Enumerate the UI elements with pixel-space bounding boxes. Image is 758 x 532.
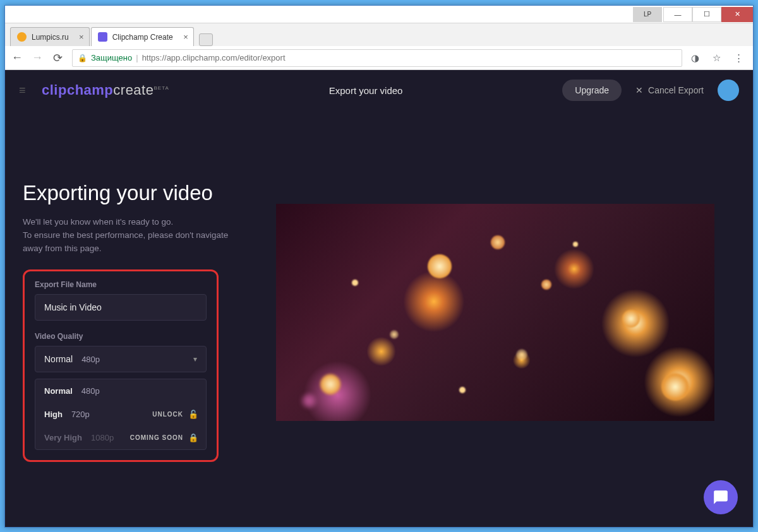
tab-clipchamp[interactable]: Clipchamp Create × <box>91 27 194 46</box>
header-actions: Upgrade ✕ Cancel Export <box>562 80 739 101</box>
tab-label: Clipchamp Create <box>112 33 173 42</box>
export-sidebar: Exporting your video We'll let you know … <box>5 110 238 527</box>
export-settings-panel: Export File Name Video Quality Normal 48… <box>23 269 219 462</box>
address-bar: ← → ⟳ 🔒 Защищено | https://app.clipchamp… <box>5 46 753 70</box>
translate-icon[interactable]: ◑ <box>691 52 704 64</box>
separator: | <box>136 53 138 62</box>
close-icon: ✕ <box>635 85 643 95</box>
lock-icon: 🔒 <box>78 54 87 62</box>
lock-icon: 🔓 <box>188 410 198 419</box>
filename-label: Export File Name <box>35 280 207 289</box>
sidebar-title: Exporting your video <box>23 180 238 206</box>
quality-label: Video Quality <box>35 332 207 341</box>
window-minimize-button[interactable]: — <box>663 7 692 22</box>
reload-button[interactable]: ⟳ <box>52 51 63 65</box>
lock-icon: 🔒 <box>188 433 198 442</box>
page-title: Export your video <box>178 85 554 96</box>
secure-label: Защищено <box>91 53 132 62</box>
page-content: ≡ clipchampcreateBETA Export your video … <box>5 70 753 527</box>
chevron-down-icon: ▾ <box>193 355 197 364</box>
window-close-button[interactable]: ✕ <box>721 7 753 22</box>
user-badge: LP <box>633 7 662 22</box>
url-text: https://app.clipchamp.com/editor/export <box>142 53 286 62</box>
url-input[interactable]: 🔒 Защищено | https://app.clipchamp.com/e… <box>72 49 682 67</box>
sidebar-description: We'll let you know when it's ready to go… <box>23 216 238 256</box>
filename-input[interactable] <box>35 294 207 321</box>
chat-icon <box>713 489 729 505</box>
forward-button[interactable]: → <box>32 51 43 64</box>
browser-window: LP — ☐ ✕ Lumpics.ru × Clipchamp Create ×… <box>4 5 754 528</box>
bookmark-icon[interactable]: ☆ <box>713 52 725 64</box>
avatar[interactable] <box>718 80 739 101</box>
app-header: ≡ clipchampcreateBETA Export your video … <box>5 70 753 110</box>
quality-option-normal[interactable]: Normal 480p <box>35 379 206 403</box>
quality-option-veryhigh: Very High 1080p COMING SOON 🔒 <box>35 426 206 449</box>
hamburger-icon[interactable]: ≡ <box>19 84 33 97</box>
window-titlebar: LP — ☐ ✕ <box>5 6 753 23</box>
menu-icon[interactable]: ⋮ <box>734 52 747 64</box>
favicon-clipchamp <box>98 32 107 42</box>
tab-lumpics[interactable]: Lumpics.ru × <box>10 27 90 46</box>
quality-dropdown-list: Normal 480p High 720p UNLOCK 🔓 Very High… <box>35 379 207 450</box>
video-preview-area <box>238 110 753 527</box>
cancel-export-button[interactable]: ✕ Cancel Export <box>635 85 704 95</box>
chat-widget-button[interactable] <box>704 480 738 514</box>
logo: clipchampcreateBETA <box>42 82 169 98</box>
quality-dropdown[interactable]: Normal 480p ▾ <box>35 346 207 372</box>
tab-close-icon[interactable]: × <box>79 32 84 42</box>
tab-label: Lumpics.ru <box>32 33 69 42</box>
upgrade-button[interactable]: Upgrade <box>562 80 622 101</box>
window-maximize-button[interactable]: ☐ <box>692 7 721 22</box>
video-thumbnail <box>276 204 714 421</box>
main-area: Exporting your video We'll let you know … <box>5 110 753 527</box>
favicon-lumpics <box>17 32 27 42</box>
dropdown-selected-res: 480p <box>81 355 100 364</box>
new-tab-button[interactable] <box>199 33 213 46</box>
quality-option-high[interactable]: High 720p UNLOCK 🔓 <box>35 403 206 426</box>
tab-strip: Lumpics.ru × Clipchamp Create × <box>5 23 753 46</box>
back-button[interactable]: ← <box>11 51 23 64</box>
tab-close-icon[interactable]: × <box>183 32 188 42</box>
dropdown-selected-name: Normal <box>44 354 73 364</box>
